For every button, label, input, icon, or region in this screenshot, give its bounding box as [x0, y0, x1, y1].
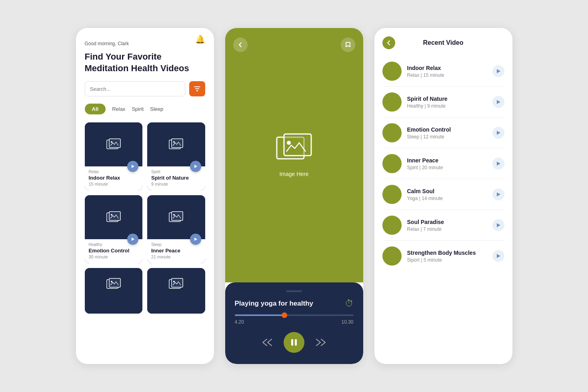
- video-card-3[interactable]: Sleep Inner Peace 21 minute: [147, 195, 205, 263]
- recent-avatar-2: [382, 123, 402, 142]
- svg-rect-20: [109, 278, 120, 287]
- progress-bar[interactable]: [235, 314, 354, 316]
- filter-button[interactable]: [189, 81, 205, 96]
- svg-rect-8: [172, 139, 183, 148]
- svg-rect-4: [109, 139, 120, 148]
- recent-item-sub-6: Siport | 5 minute: [407, 257, 487, 263]
- recent-avatar-6: [382, 246, 402, 266]
- recent-video-screen: Recent Video Indoor Relax Relax | 15 min…: [374, 28, 512, 364]
- video-card-1[interactable]: Spirit Spirit of Nature 9 minute: [147, 122, 205, 190]
- recent-video-list: Indoor Relax Relax | 15 minute Spirit of…: [382, 56, 504, 271]
- recent-info-6: Strengthen Body Muscles Siport | 5 minut…: [407, 250, 487, 263]
- video-card-4[interactable]: [85, 268, 143, 314]
- recent-item-6[interactable]: Strengthen Body Muscles Siport | 5 minut…: [382, 241, 504, 271]
- player-video-area: Image Here: [225, 28, 363, 282]
- svg-rect-28: [291, 339, 293, 346]
- playback-controls: [235, 332, 354, 353]
- play-btn-0[interactable]: [127, 161, 138, 172]
- video-title-1: Spirit of Nature: [151, 175, 201, 181]
- recent-item-3[interactable]: Inner Peace Spirit | 20 minute: [382, 148, 504, 179]
- time-current: 4.20: [235, 319, 244, 325]
- recent-item-2[interactable]: Emotion Control Sleep | 12 minute: [382, 118, 504, 148]
- video-card-2[interactable]: Healthy Emotion Control 30 minute: [85, 195, 143, 263]
- browse-screen: Good morning, Clark 🔔 Find Your Favorite…: [76, 28, 214, 364]
- svg-marker-18: [194, 238, 197, 241]
- svg-rect-29: [295, 339, 297, 346]
- tab-sleep[interactable]: Sleep: [150, 104, 163, 114]
- bell-icon[interactable]: 🔔: [195, 34, 205, 44]
- recent-item-title-5: Soul Paradise: [407, 219, 487, 225]
- category-tabs: All Relax Spirit Sleep: [85, 104, 205, 114]
- recent-play-btn-4[interactable]: [492, 188, 504, 200]
- play-btn-2[interactable]: [127, 234, 138, 245]
- forward-button[interactable]: [316, 338, 327, 347]
- screens-container: Good morning, Clark 🔔 Find Your Favorite…: [76, 4, 512, 388]
- recent-item-sub-1: Healthy | 9 minute: [407, 103, 487, 109]
- time-row: 4.20 10.30: [235, 319, 354, 325]
- recent-play-btn-6[interactable]: [492, 250, 504, 262]
- recent-avatar-1: [382, 92, 402, 112]
- page-headline: Find Your FavoriteMeditation Health Vide…: [85, 51, 205, 74]
- player-image-placeholder: Image Here: [276, 133, 312, 177]
- play-btn-1[interactable]: [190, 161, 201, 172]
- svg-marker-30: [497, 69, 500, 73]
- svg-point-9: [173, 141, 175, 143]
- svg-marker-35: [497, 223, 500, 227]
- recent-item-title-1: Spirit of Nature: [407, 96, 487, 102]
- player-controls-area: Playing yoga for healthy ⏱ 4.20 10.30: [225, 282, 363, 364]
- video-title-3: Inner Peace: [151, 248, 201, 254]
- recent-video-title: Recent Video: [423, 39, 463, 46]
- recent-item-title-4: Calm Soul: [407, 188, 487, 194]
- recent-play-btn-3[interactable]: [492, 158, 504, 170]
- video-duration-1: 9 minute: [151, 182, 201, 186]
- recent-play-btn-2[interactable]: [492, 127, 504, 139]
- drag-handle: [286, 290, 302, 292]
- player-title-row: Playing yoga for healthy ⏱: [235, 298, 354, 309]
- recent-video-header: Recent Video: [382, 39, 504, 46]
- pause-button[interactable]: [284, 332, 304, 353]
- video-card-0[interactable]: Relax Indoor Relax 15 minute: [85, 122, 143, 190]
- player-image-label: Image Here: [279, 171, 308, 177]
- svg-marker-10: [194, 165, 197, 168]
- recent-item-title-6: Strengthen Body Muscles: [407, 250, 487, 256]
- recent-info-1: Spirit of Nature Healthy | 9 minute: [407, 96, 487, 109]
- video-title-0: Indoor Relax: [89, 175, 139, 181]
- player-screen: Image Here Playing yoga for healthy ⏱ 4.…: [225, 28, 363, 364]
- rewind-button[interactable]: [261, 338, 272, 347]
- tab-spirit[interactable]: Spirit: [132, 104, 144, 114]
- recent-item-1[interactable]: Spirit of Nature Healthy | 9 minute: [382, 87, 504, 118]
- recent-item-title-0: Indoor Relax: [407, 65, 487, 71]
- recent-play-btn-0[interactable]: [492, 65, 504, 77]
- svg-marker-31: [497, 100, 500, 104]
- svg-point-13: [111, 214, 112, 216]
- greeting-text: Good morning, Clark: [85, 41, 129, 46]
- timer-icon[interactable]: ⏱: [345, 298, 354, 309]
- play-btn-3[interactable]: [190, 234, 201, 245]
- svg-point-24: [173, 281, 175, 282]
- time-total: 10.30: [341, 319, 353, 325]
- recent-item-title-3: Inner Peace: [407, 157, 487, 164]
- player-bookmark-button[interactable]: [341, 38, 355, 52]
- recent-item-sub-5: Relax | 7 minute: [407, 226, 487, 232]
- tab-all[interactable]: All: [85, 104, 106, 114]
- tab-relax[interactable]: Relax: [112, 104, 125, 114]
- svg-point-17: [173, 214, 175, 216]
- recent-back-button[interactable]: [382, 36, 395, 49]
- recent-item-4[interactable]: Calm Soul Yoga | 14 minute: [382, 179, 504, 210]
- video-duration-0: 15 minute: [89, 182, 139, 186]
- recent-item-sub-4: Yoga | 14 minute: [407, 196, 487, 201]
- progress-dot[interactable]: [282, 312, 287, 318]
- search-input[interactable]: [85, 81, 185, 96]
- recent-play-btn-1[interactable]: [492, 96, 504, 108]
- recent-play-btn-5[interactable]: [492, 219, 504, 231]
- recent-avatar-3: [382, 154, 402, 173]
- recent-info-5: Soul Paradise Relax | 7 minute: [407, 219, 487, 232]
- recent-item-0[interactable]: Indoor Relax Relax | 15 minute: [382, 56, 504, 87]
- svg-marker-36: [497, 254, 500, 258]
- video-card-5[interactable]: [147, 268, 205, 314]
- recent-item-5[interactable]: Soul Paradise Relax | 7 minute: [382, 210, 504, 241]
- player-back-button[interactable]: [233, 38, 248, 52]
- svg-rect-23: [172, 278, 183, 287]
- svg-marker-33: [497, 162, 500, 166]
- svg-marker-32: [497, 131, 500, 135]
